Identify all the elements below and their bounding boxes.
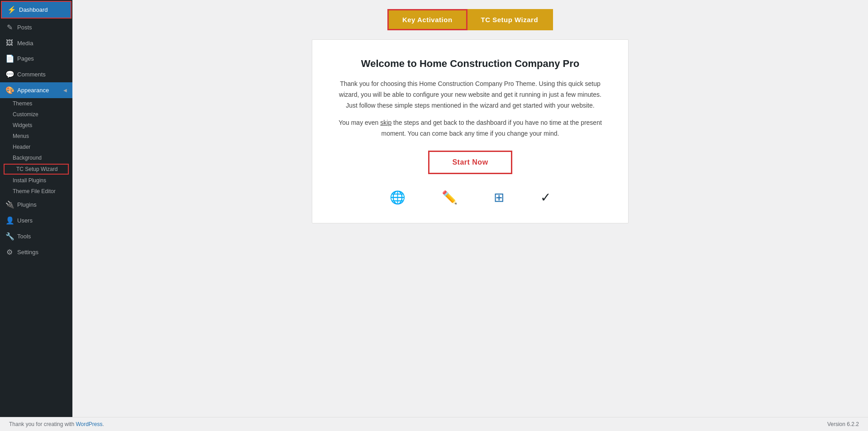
sidebar-item-users[interactable]: 👤 Users (0, 213, 72, 228)
wordpress-link[interactable]: WordPress (76, 421, 102, 427)
sidebar-sub-tc-setup-wizard[interactable]: TC Setup Wizard (4, 164, 69, 175)
sidebar-item-plugins[interactable]: 🔌 Plugins (0, 197, 72, 213)
users-icon: 👤 (5, 216, 14, 225)
sidebar-sub-menus[interactable]: Menus (0, 131, 72, 142)
appearance-icon: 🎨 (5, 86, 14, 95)
posts-label: Posts (17, 24, 32, 31)
step-icons-row: 🌐 ✏️ ⊞ ✓ (335, 190, 606, 205)
sidebar-sub-install-plugins[interactable]: Install Plugins (0, 175, 72, 186)
tc-setup-wizard-button[interactable]: TC Setup Wizard (467, 9, 553, 30)
appearance-label: Appearance (17, 87, 49, 94)
sidebar-item-comments[interactable]: 💬 Comments (0, 66, 72, 82)
sidebar-sub-customize[interactable]: Customize (0, 109, 72, 120)
pages-icon: 📄 (5, 54, 14, 63)
comments-icon: 💬 (5, 70, 14, 79)
footer: Thank you for creating with WordPress. V… (0, 417, 868, 431)
paragraph2-before: You may even (339, 119, 380, 126)
start-now-button[interactable]: Start Now (428, 151, 512, 174)
comments-label: Comments (17, 71, 46, 78)
sidebar-item-posts[interactable]: ✎ Posts (0, 19, 72, 35)
settings-icon: ⚙ (5, 248, 14, 256)
sidebar-item-appearance[interactable]: 🎨 Appearance ◀ (0, 82, 72, 98)
footer-left: Thank you for creating with WordPress. (9, 421, 104, 427)
media-label: Media (17, 40, 33, 47)
posts-icon: ✎ (5, 23, 14, 32)
main-content: Key Activation TC Setup Wizard Welcome t… (72, 0, 868, 431)
pencil-icon: ✏️ (442, 190, 458, 205)
sidebar-sub-themes[interactable]: Themes (0, 98, 72, 109)
tools-label: Tools (17, 233, 31, 240)
sidebar-sub-theme-file-editor[interactable]: Theme File Editor (0, 186, 72, 197)
welcome-paragraph-1: Thank you for choosing this Home Constru… (335, 79, 606, 111)
footer-thank-you: Thank you for creating with (9, 421, 76, 427)
sidebar-sub-header[interactable]: Header (0, 142, 72, 152)
sidebar-item-media[interactable]: 🖼 Media (0, 35, 72, 51)
paragraph2-after: the steps and get back to the dashboard … (382, 119, 602, 137)
sidebar-item-tools[interactable]: 🔧 Tools (0, 228, 72, 244)
check-icon: ✓ (540, 190, 551, 205)
plugins-label: Plugins (17, 201, 37, 208)
sidebar-item-pages[interactable]: 📄 Pages (0, 51, 72, 66)
key-activation-button[interactable]: Key Activation (387, 9, 467, 30)
chevron-icon: ◀ (63, 88, 67, 93)
media-icon: 🖼 (5, 39, 14, 47)
welcome-title: Welcome to Home Construction Company Pro (335, 58, 606, 70)
footer-version: Version 6.2.2 (827, 421, 859, 427)
sidebar: ⚡ Dashboard ✎ Posts 🖼 Media 📄 Pages 💬 Co… (0, 0, 72, 431)
globe-icon: 🌐 (390, 190, 405, 205)
welcome-paragraph-2: You may even skip the steps and get back… (335, 118, 606, 139)
dashboard-icon: ⚡ (7, 5, 15, 14)
plugins-icon: 🔌 (5, 200, 14, 209)
welcome-card: Welcome to Home Construction Company Pro… (312, 39, 629, 223)
users-label: Users (17, 217, 33, 224)
dashboard-label: Dashboard (19, 6, 48, 13)
sidebar-item-settings[interactable]: ⚙ Settings (0, 244, 72, 260)
table-icon: ⊞ (494, 190, 504, 205)
top-buttons: Key Activation TC Setup Wizard (86, 9, 854, 30)
sidebar-item-dashboard[interactable]: ⚡ Dashboard (2, 2, 71, 18)
tools-icon: 🔧 (5, 232, 14, 241)
paragraph2-skip: skip (380, 119, 391, 126)
sidebar-sub-widgets[interactable]: Widgets (0, 120, 72, 131)
settings-label: Settings (17, 249, 38, 256)
sidebar-sub-background[interactable]: Background (0, 152, 72, 163)
pages-label: Pages (17, 55, 34, 62)
